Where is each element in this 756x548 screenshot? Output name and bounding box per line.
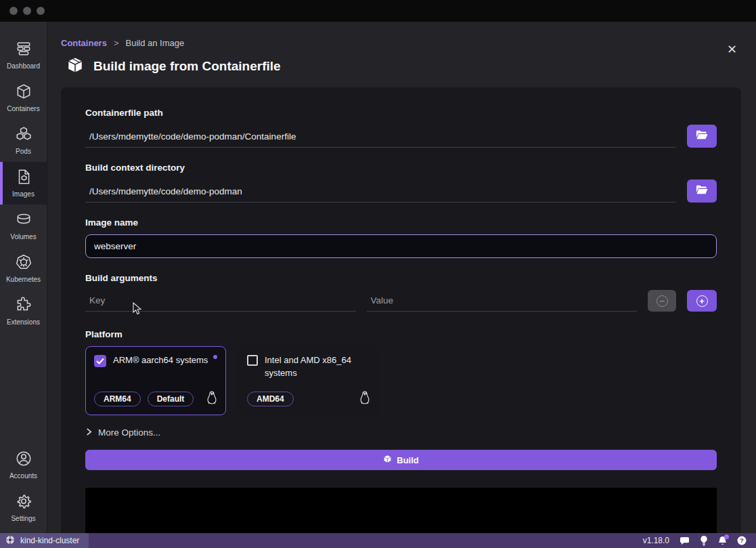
platform-group: Platform ARM® aarch64 systems ARM64 Def: [85, 329, 717, 415]
statusbar-cluster-item[interactable]: kind-kind-cluster: [0, 533, 89, 548]
lightbulb-icon[interactable]: [700, 536, 708, 546]
cluster-name: kind-kind-cluster: [20, 536, 79, 545]
sidebar-item-accounts[interactable]: Accounts: [0, 444, 47, 486]
platform-card-arm64[interactable]: ARM® aarch64 systems ARM64 Default: [85, 346, 226, 415]
folder-icon: [696, 185, 708, 197]
selected-indicator-dot: [213, 355, 217, 359]
sidebar-item-extensions[interactable]: Extensions: [0, 290, 47, 333]
app-version: v1.18.0: [643, 536, 669, 545]
plus-circle-icon: +: [696, 295, 708, 307]
window-titlebar: [0, 0, 756, 22]
volumes-icon: [15, 211, 32, 231]
sidebar-item-label: Volumes: [10, 233, 36, 240]
sidebar-item-label: Settings: [11, 515, 35, 522]
image-name-label: Image name: [85, 217, 717, 228]
sidebar-item-kubernetes[interactable]: Kubernetes: [0, 247, 47, 290]
containerfile-browse-button[interactable]: [687, 125, 717, 148]
kind-cluster-icon: [5, 535, 15, 547]
accounts-icon: [15, 450, 32, 470]
window-close-button[interactable]: [9, 7, 18, 15]
images-icon: [15, 168, 32, 188]
sidebar-item-label: Dashboard: [7, 62, 40, 70]
platform-card-title: ARM® aarch64 systems: [113, 354, 208, 367]
linux-tux-icon: [206, 391, 217, 407]
sidebar: Dashboard Containers Pods Images Volumes: [0, 22, 47, 533]
platform-label: Platform: [85, 329, 717, 339]
platform-tag-amd64: AMD64: [247, 392, 294, 406]
sidebar-item-label: Pods: [16, 148, 31, 155]
sidebar-item-label: Kubernetes: [6, 276, 41, 283]
more-options-label: More Options...: [98, 427, 160, 438]
build-arguments-group: Build arguments − +: [85, 273, 717, 312]
build-context-browse-button[interactable]: [687, 180, 717, 203]
sidebar-item-label: Containers: [7, 105, 39, 112]
sidebar-item-label: Extensions: [7, 318, 40, 326]
breadcrumb-separator: >: [114, 38, 119, 48]
notifications-bell-icon[interactable]: [718, 536, 727, 545]
sidebar-item-images[interactable]: Images: [0, 162, 47, 205]
build-arguments-label: Build arguments: [85, 273, 717, 283]
platform-card-amd64[interactable]: Intel and AMD x86_64 systems AMD64: [238, 346, 379, 415]
more-options-toggle[interactable]: More Options...: [85, 427, 717, 438]
breadcrumb-current: Build an Image: [126, 38, 185, 48]
pods-icon: [15, 125, 32, 146]
feedback-icon[interactable]: [680, 536, 690, 545]
page-title: Build image from Containerfile: [93, 59, 281, 74]
notification-dot: [724, 534, 729, 539]
containers-icon: [15, 83, 32, 103]
breadcrumb-containers-link[interactable]: Containers: [61, 38, 107, 48]
page-header: Containers > Build an Image Build image …: [47, 22, 756, 85]
image-name-group: Image name: [85, 217, 717, 258]
sidebar-item-label: Accounts: [9, 472, 37, 480]
checkbox-unchecked-icon[interactable]: [247, 355, 258, 366]
build-context-label: Build context directory: [85, 163, 717, 173]
build-button-label: Build: [397, 455, 419, 465]
window-minimize-button[interactable]: [23, 7, 31, 15]
window-maximize-button[interactable]: [37, 7, 45, 15]
sidebar-spacer: [0, 333, 47, 444]
folder-icon: [696, 130, 708, 142]
build-cube-icon: [383, 455, 392, 465]
dashboard-icon: [15, 40, 32, 60]
linux-tux-icon: [359, 391, 370, 407]
build-form-panel: Containerfile path Build context directo…: [61, 87, 741, 533]
settings-icon: [15, 492, 32, 513]
add-build-arg-button[interactable]: +: [687, 290, 717, 312]
breadcrumb: Containers > Build an Image: [61, 38, 732, 48]
containerfile-path-input[interactable]: [85, 126, 676, 148]
extensions-icon: [15, 296, 32, 316]
minus-circle-icon: −: [657, 295, 668, 307]
main-content: Containers > Build an Image Build image …: [47, 22, 756, 533]
remove-build-arg-button[interactable]: −: [648, 290, 676, 312]
build-arg-key-input[interactable]: [85, 290, 356, 312]
help-icon[interactable]: ?: [737, 536, 747, 545]
build-button[interactable]: Build: [85, 450, 717, 470]
close-icon[interactable]: ✕: [727, 43, 737, 56]
build-output-terminal: [85, 488, 717, 533]
checkbox-checked-icon[interactable]: [94, 355, 106, 367]
containerfile-path-group: Containerfile path: [85, 108, 717, 163]
svg-text:?: ?: [740, 537, 744, 544]
sidebar-item-settings[interactable]: Settings: [0, 486, 47, 529]
sidebar-item-pods[interactable]: Pods: [0, 119, 47, 162]
sidebar-item-containers[interactable]: Containers: [0, 77, 47, 119]
build-arg-value-input[interactable]: [367, 290, 638, 312]
image-name-input[interactable]: [85, 234, 717, 258]
container-cube-icon: [66, 56, 84, 77]
platform-tag-arm64: ARM64: [94, 392, 141, 406]
sidebar-item-label: Images: [12, 190, 35, 198]
platform-card-title: Intel and AMD x86_64 systems: [265, 354, 366, 380]
build-context-group: Build context directory: [85, 163, 717, 217]
build-context-input[interactable]: [85, 181, 676, 203]
platform-tag-default: Default: [148, 392, 194, 406]
kubernetes-icon: [15, 253, 32, 274]
status-bar: kind-kind-cluster v1.18.0 ?: [0, 533, 756, 548]
containerfile-path-label: Containerfile path: [85, 108, 717, 118]
sidebar-item-volumes[interactable]: Volumes: [0, 205, 47, 247]
sidebar-item-dashboard[interactable]: Dashboard: [0, 34, 47, 77]
chevron-right-icon: [85, 427, 93, 438]
